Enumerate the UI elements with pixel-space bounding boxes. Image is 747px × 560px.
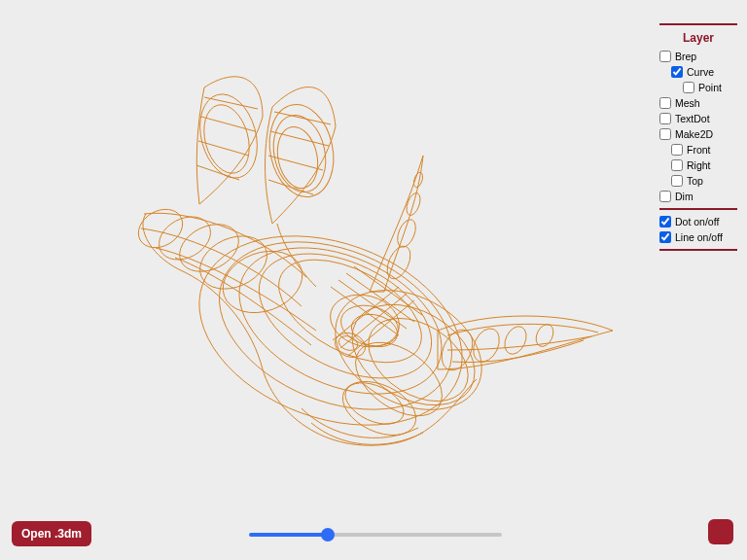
layer-checkbox-point[interactable] [683, 82, 694, 93]
svg-point-34 [152, 208, 218, 268]
layer-checkbox-front[interactable] [671, 144, 683, 156]
layer-checkbox-brep[interactable] [659, 51, 671, 62]
layer-label: Brep [675, 49, 696, 64]
svg-point-11 [348, 309, 402, 351]
layer-item-textdot[interactable]: TextDot [659, 111, 737, 126]
toggle-label: Line on/off [675, 229, 723, 245]
toggle-label: Dot on/off [675, 214, 719, 229]
divider [659, 23, 737, 25]
layer-item-brep[interactable]: Brep [659, 49, 737, 64]
toggle-dot[interactable]: Dot on/off [659, 214, 737, 229]
layer-panel: Layer Brep Curve Point Mesh TextDot Make… [659, 19, 737, 255]
action-square-button[interactable] [708, 519, 733, 544]
layer-checkbox-dim[interactable] [659, 191, 671, 202]
svg-point-0 [173, 202, 489, 460]
layer-label: Point [698, 80, 722, 95]
layer-checkbox-right[interactable] [671, 159, 683, 171]
toggle-line[interactable]: Line on/off [659, 229, 737, 245]
svg-line-30 [201, 117, 255, 131]
layer-panel-title: Layer [659, 29, 737, 49]
layer-label: Make2D [675, 126, 713, 142]
layer-item-dim[interactable]: Dim [659, 189, 737, 204]
toggle-line-checkbox[interactable] [659, 231, 671, 243]
layer-checkbox-top[interactable] [671, 175, 683, 187]
layer-item-point[interactable]: Point [659, 80, 737, 95]
layer-item-make2d[interactable]: Make2D [659, 126, 737, 142]
svg-line-24 [270, 131, 329, 146]
svg-line-29 [204, 97, 258, 109]
svg-line-25 [268, 156, 323, 170]
svg-line-32 [196, 165, 239, 180]
viewport-wireframe [88, 39, 632, 486]
open-file-button[interactable]: Open .3dm [12, 521, 91, 546]
layer-checkbox-textdot[interactable] [659, 113, 671, 124]
svg-line-44 [346, 273, 414, 322]
layer-checkbox-curve[interactable] [671, 66, 683, 78]
layer-label: Right [687, 158, 711, 173]
timeline-slider[interactable] [249, 533, 502, 537]
divider [659, 208, 737, 210]
layer-item-curve[interactable]: Curve [659, 64, 737, 80]
layer-item-mesh[interactable]: Mesh [659, 95, 737, 111]
svg-point-21 [267, 110, 332, 196]
timeline-slider-wrap [247, 527, 500, 539]
divider [659, 249, 737, 251]
layer-label: Top [687, 173, 703, 189]
layer-item-top[interactable]: Top [659, 173, 737, 189]
layer-item-right[interactable]: Right [659, 158, 737, 173]
svg-line-23 [274, 112, 331, 124]
svg-point-2 [217, 219, 465, 423]
layer-label: Mesh [675, 95, 700, 111]
layer-label: Front [687, 142, 711, 158]
layer-label: TextDot [675, 111, 710, 126]
toggle-dot-checkbox[interactable] [659, 216, 671, 228]
layer-label: Dim [675, 189, 694, 204]
svg-line-47 [340, 294, 407, 348]
layer-label: Curve [687, 64, 714, 80]
layer-checkbox-make2d[interactable] [659, 128, 671, 140]
layer-checkbox-mesh[interactable] [659, 97, 671, 109]
svg-point-17 [394, 217, 419, 250]
layer-item-front[interactable]: Front [659, 142, 737, 158]
svg-point-14 [501, 323, 531, 358]
